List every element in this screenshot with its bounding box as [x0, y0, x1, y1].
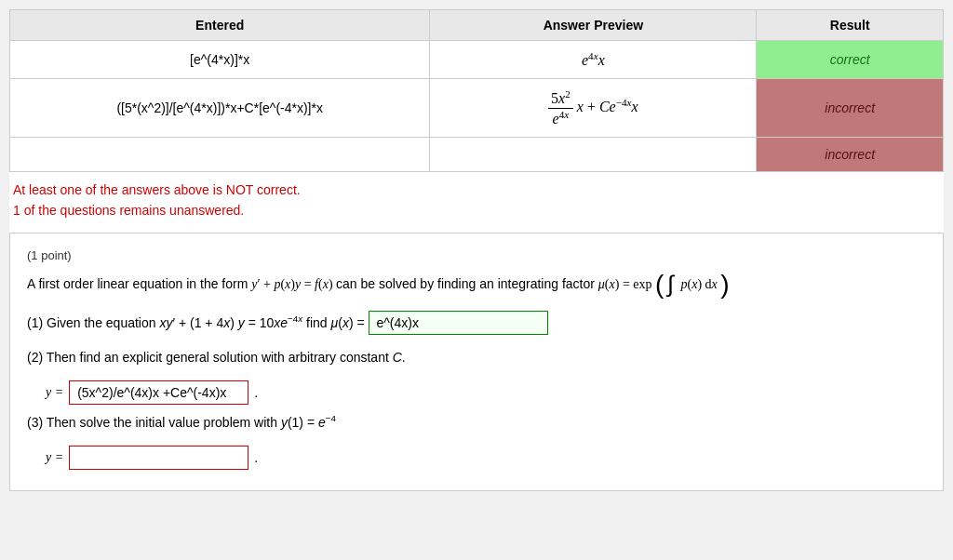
preview-cell-2: 5x2 e4x x + Ce−4xx — [430, 79, 757, 138]
entered-text-2: ([5*(x^2)]/[e^(4*x)])*x+C*[e^(-4*x)]*x — [116, 100, 323, 115]
table-row: ([5*(x^2)]/[e^(4*x)])*x+C*[e^(-4*x)]*x 5… — [10, 79, 944, 138]
q3-answer-input[interactable] — [69, 446, 248, 470]
result-cell-3: incorrect — [757, 137, 944, 171]
preview-math-2: 5x2 e4x x + Ce−4xx — [548, 99, 638, 114]
question-1: (1) Given the equation xy′ + (1 + 4x) y … — [27, 311, 926, 335]
left-paren: ( — [655, 270, 664, 299]
message-1: At least one of the answers above is NOT… — [13, 180, 940, 200]
points-label: (1 point) — [27, 248, 926, 262]
preview-math: e4xx — [582, 52, 605, 68]
math-expr-3: p(x) dx — [678, 276, 720, 290]
header-result: Result — [757, 10, 944, 41]
q2-answer-line: y = . — [46, 380, 926, 405]
result-label-1: correct — [830, 52, 870, 67]
math-expr-1: y′ + p(x)y = f(x) — [251, 276, 336, 290]
main-container: Entered Answer Preview Result [e^(4*x)]*… — [9, 9, 944, 491]
results-table: Entered Answer Preview Result [e^(4*x)]*… — [9, 9, 944, 172]
result-cell-2: incorrect — [757, 79, 944, 138]
q2-answer-input[interactable] — [69, 380, 248, 405]
messages-area: At least one of the answers above is NOT… — [9, 172, 944, 229]
entered-text: [e^(4*x)]*x — [190, 52, 249, 67]
entered-cell-3 — [10, 137, 430, 171]
question-2: (2) Then find an explicit general soluti… — [27, 346, 926, 369]
q3-answer-line: y = . — [46, 446, 926, 470]
q3-text: (3) Then solve the initial value problem… — [27, 415, 336, 430]
question-3: (3) Then solve the initial value problem… — [27, 410, 926, 434]
entered-cell: [e^(4*x)]*x — [10, 41, 430, 79]
header-preview: Answer Preview — [430, 10, 757, 41]
preview-cell: e4xx — [430, 41, 757, 79]
q2-text: (2) Then find an explicit general soluti… — [27, 350, 406, 365]
math-expr-2: μ(x) = exp — [598, 276, 655, 290]
q2-y-label: y = — [46, 385, 63, 400]
q2-period: . — [254, 385, 258, 400]
q1-answer-input[interactable] — [369, 311, 548, 335]
result-label-2: incorrect — [825, 100, 875, 115]
entered-cell-2: ([5*(x^2)]/[e^(4*x)])*x+C*[e^(-4*x)]*x — [10, 79, 430, 138]
header-entered: Entered — [10, 10, 430, 41]
result-cell-1: correct — [757, 41, 944, 79]
integral-sign: ∫ — [667, 271, 674, 297]
table-row: [e^(4*x)]*x e4xx correct — [10, 41, 944, 79]
q3-y-label: y = — [46, 450, 63, 465]
result-label-3: incorrect — [825, 147, 875, 162]
q1-text: (1) Given the equation xy′ + (1 + 4x) y … — [27, 315, 369, 330]
problem-description: A first order linear equation in the for… — [27, 272, 926, 298]
preview-cell-3 — [430, 137, 757, 171]
right-paren: ) — [720, 270, 729, 299]
message-2: 1 of the questions remains unanswered. — [13, 200, 940, 220]
table-row: incorrect — [10, 137, 944, 171]
q3-period: . — [254, 450, 258, 465]
problem-box: (1 point) A first order linear equation … — [9, 233, 944, 491]
